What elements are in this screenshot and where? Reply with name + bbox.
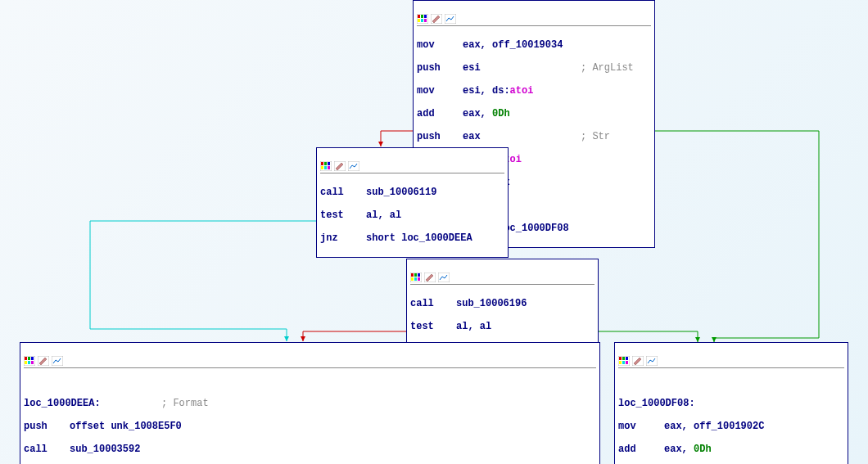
svg-rect-40	[619, 361, 622, 364]
asm-line: testal, al	[320, 209, 504, 221]
svg-rect-2	[421, 15, 423, 18]
svg-rect-38	[622, 357, 625, 360]
svg-rect-31	[25, 361, 27, 364]
edit-icon	[431, 14, 442, 24]
edit-icon	[334, 161, 346, 171]
svg-rect-11	[324, 162, 327, 165]
asm-label: loc_1000DEEA:; Format	[24, 398, 596, 409]
color-grid-icon	[410, 273, 422, 282]
svg-rect-15	[328, 166, 330, 169]
asm-label: loc_1000DF08:	[618, 398, 844, 409]
svg-rect-22	[411, 277, 414, 281]
svg-rect-20	[414, 273, 417, 277]
svg-rect-21	[418, 273, 420, 277]
svg-rect-42	[626, 361, 628, 364]
svg-rect-39	[626, 357, 628, 360]
svg-rect-28	[25, 357, 27, 360]
svg-rect-13	[321, 166, 323, 169]
asm-line: callsub_10006119	[320, 187, 504, 198]
asm-line: pushesi; ArgList	[417, 62, 651, 74]
asm-line: addeax, 0Dh	[417, 108, 651, 119]
asm-line: addeax, 0Dh	[618, 444, 844, 455]
svg-rect-14	[324, 166, 327, 169]
edit-icon	[632, 356, 644, 366]
asm-line: callsub_10003592	[24, 444, 596, 455]
asm-line: jnzshort loc_1000DEEA	[320, 232, 504, 244]
asm-line: testal, al	[410, 321, 594, 332]
disasm-block-2[interactable]: callsub_10006119 testal, al jnzshort loc…	[316, 147, 509, 258]
svg-rect-3	[424, 15, 427, 18]
chart-icon	[438, 273, 450, 282]
block-toolbar	[24, 356, 596, 368]
color-grid-icon	[618, 356, 630, 366]
edit-icon	[38, 356, 49, 366]
block-toolbar	[320, 161, 504, 173]
svg-rect-24	[418, 277, 420, 281]
svg-rect-4	[418, 19, 420, 22]
svg-rect-32	[28, 361, 30, 364]
chart-icon	[348, 161, 359, 171]
svg-rect-12	[328, 162, 330, 165]
edit-icon	[424, 273, 436, 282]
svg-rect-41	[622, 361, 625, 364]
disasm-block-5[interactable]: loc_1000DF08: moveax, off_1001902C addea…	[614, 342, 848, 464]
block-toolbar	[618, 356, 844, 368]
block-toolbar	[410, 273, 594, 285]
color-grid-icon	[320, 161, 332, 171]
svg-rect-5	[421, 19, 423, 22]
svg-rect-1	[418, 15, 420, 18]
disasm-block-4[interactable]: loc_1000DEEA:; Format pushoffset unk_100…	[20, 342, 600, 464]
svg-rect-30	[31, 357, 34, 360]
asm-line: pusheax; Str	[417, 131, 651, 142]
svg-rect-33	[31, 361, 34, 364]
asm-line: movesi, ds:atoi	[417, 85, 651, 97]
asm-line: moveax, off_10019034	[417, 39, 651, 51]
color-grid-icon	[24, 356, 35, 366]
chart-icon	[646, 356, 658, 366]
svg-rect-19	[411, 273, 414, 277]
color-grid-icon	[417, 14, 428, 24]
svg-rect-10	[321, 162, 323, 165]
svg-rect-23	[414, 277, 417, 281]
svg-rect-37	[619, 357, 622, 360]
asm-line: moveax, off_1001902C	[618, 421, 844, 432]
svg-rect-6	[424, 19, 427, 22]
chart-icon	[52, 356, 63, 366]
block-toolbar	[417, 14, 651, 26]
chart-icon	[445, 14, 456, 24]
asm-line: pushoffset unk_1008E5F0	[24, 421, 596, 432]
asm-line: callsub_10006196	[410, 298, 594, 309]
svg-rect-29	[28, 357, 30, 360]
